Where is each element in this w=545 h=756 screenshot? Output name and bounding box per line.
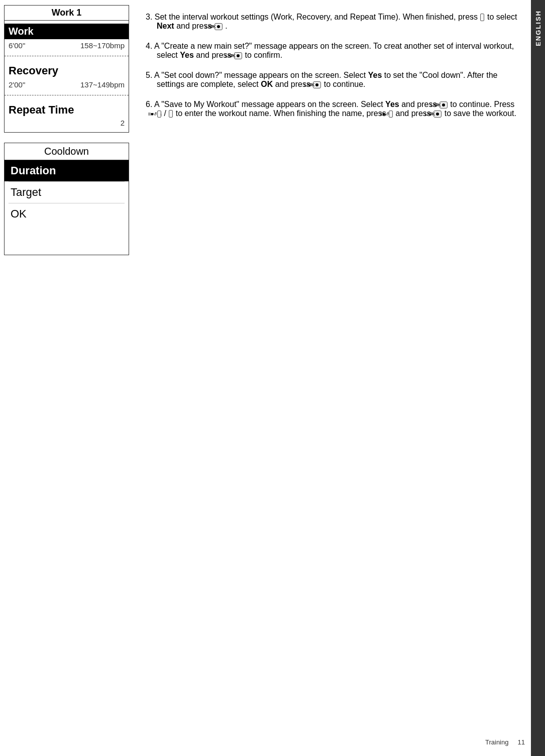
left-panel: Work 1 Work 6'00" 158~170bmp Recovery 2'…: [0, 0, 133, 260]
sidebar-language-label: ENGLISH: [534, 10, 542, 46]
recovery-bpm: 137~149bpm: [80, 80, 125, 89]
dot-icon-3: [315, 83, 318, 86]
section-divider-2: [5, 95, 129, 95]
instruction-4: 4. A "Create a new main set?" message ap…: [146, 42, 517, 60]
work-section: Work 6'00" 158~170bmp: [5, 21, 129, 54]
cooldown-box: Cooldown Duration Target OK: [4, 143, 129, 255]
instruction-3: 3. Set the interval workout settings (Wo…: [146, 13, 517, 31]
dot-icon-4: [442, 103, 445, 106]
lap-ok-btn-4: LAPOK: [440, 101, 448, 109]
right-sidebar: ENGLISH: [531, 0, 545, 756]
dot-icon-1: [217, 25, 220, 28]
workout-box: Work 1 Work 6'00" 158~170bmp Recovery 2'…: [4, 5, 129, 133]
cooldown-title: Cooldown: [5, 143, 129, 160]
workout-box-title: Work 1: [5, 6, 129, 21]
instruction-6-text: 6. A "Save to My Workout" message appear…: [146, 100, 517, 118]
work-label: Work: [5, 24, 129, 39]
lap-ok-btn-3: LAPOK: [313, 81, 321, 88]
cooldown-target[interactable]: Target: [5, 182, 129, 203]
yes-bold-5: Yes: [368, 71, 382, 79]
scroll-down-btn-1: ↓: [480, 14, 484, 21]
work-time: 6'00": [9, 41, 25, 50]
page-footer: Training 11: [485, 738, 525, 746]
scroll-down-btn-2: ↓: [169, 110, 173, 118]
lap-ok-btn-1: LAPOK: [214, 23, 223, 30]
pause-back-btn-2: II■↺: [389, 111, 393, 118]
recovery-label: Recovery: [9, 61, 125, 78]
instruction-6: 6. A "Save to My Workout" message appear…: [146, 100, 517, 118]
recovery-time: 2'00": [9, 80, 25, 89]
instruction-3-text: 3. Set the interval workout settings (Wo…: [146, 13, 517, 31]
next-bold: Next: [157, 22, 174, 30]
recovery-section: Recovery 2'00" 137~149bpm: [5, 58, 129, 93]
work-bpm: 158~170bmp: [80, 41, 125, 50]
cooldown-duration[interactable]: Duration: [5, 160, 129, 181]
instruction-5: 5. A "Set cool down?" message appears on…: [146, 71, 517, 89]
footer-page: 11: [518, 738, 525, 746]
section-divider-1: [5, 56, 129, 56]
cooldown-ok[interactable]: OK: [5, 203, 129, 225]
lap-ok-btn-2: LAPOK: [234, 52, 242, 59]
repeat-label: Repeat Time: [9, 100, 125, 118]
footer-section: Training: [485, 738, 508, 746]
dot-icon-2: [237, 54, 240, 57]
dot-icon-5: [436, 113, 439, 116]
ok-bold-5: OK: [261, 80, 273, 88]
work-values: 6'00" 158~170bmp: [9, 39, 125, 52]
lap-ok-btn-5: LAPOK: [433, 111, 442, 118]
yes-bold-6: Yes: [385, 100, 399, 109]
main-content: 3. Set the interval workout settings (Wo…: [136, 5, 527, 137]
repeat-section: Repeat Time 2: [5, 97, 129, 132]
instruction-4-text: 4. A "Create a new main set?" message ap…: [146, 42, 517, 60]
repeat-number: 2: [9, 118, 125, 130]
yes-bold-4: Yes: [180, 51, 194, 59]
instruction-5-text: 5. A "Set cool down?" message appears on…: [146, 71, 517, 89]
recovery-values: 2'00" 137~149bpm: [9, 78, 125, 91]
